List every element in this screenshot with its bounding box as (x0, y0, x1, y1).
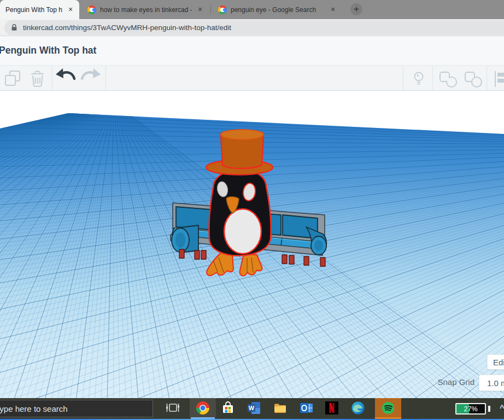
toolbar-separator (106, 66, 106, 90)
new-tab-button[interactable]: + (350, 3, 362, 15)
spotify-button[interactable] (375, 398, 401, 417)
show-all-icon[interactable] (415, 73, 423, 84)
tab-close-icon[interactable]: × (329, 5, 337, 14)
3d-viewport[interactable]: Edit Grid Snap Grid 1.0 mm (0, 91, 504, 398)
word-button[interactable]: W (242, 398, 267, 417)
snap-grid-label: Snap Grid (422, 377, 474, 387)
delete-icon[interactable] (31, 71, 44, 86)
word-icon: W (247, 401, 261, 415)
netflix-button[interactable] (320, 398, 344, 417)
tinkercad-header: Penguin With Top hat (0, 36, 504, 65)
tab-penguin-eye-search[interactable]: penguin eye - Google Search × (213, 0, 342, 19)
undo-icon[interactable] (56, 68, 74, 79)
toolbar-separator (52, 66, 52, 90)
spotify-icon (381, 401, 395, 415)
group-icon[interactable] (440, 72, 456, 87)
chrome-icon (196, 401, 210, 415)
google-favicon (218, 5, 227, 14)
outlook-button[interactable] (294, 398, 319, 417)
search-text: Type here to search (0, 404, 68, 413)
ungroup-icon[interactable] (465, 72, 482, 87)
penguin-belly (224, 209, 261, 254)
task-view-icon (166, 402, 180, 414)
edge-button[interactable] (346, 398, 370, 417)
redo-icon[interactable] (82, 68, 101, 79)
align-icon[interactable] (495, 71, 504, 87)
toolbar-separator (403, 66, 403, 90)
battery-tip (488, 406, 490, 412)
browser-tab-bar: Penguin With Top hat × how to make eyes … (0, 0, 504, 19)
snap-grid-value-dropdown[interactable]: 1.0 mm (479, 375, 504, 391)
microsoft-store-icon (221, 401, 235, 415)
microsoft-store-button[interactable] (215, 398, 241, 417)
outlook-icon (300, 401, 314, 415)
tinkercad-toolbar (0, 65, 504, 91)
netflix-icon (325, 401, 339, 415)
tray-expand-icon[interactable]: ^ (500, 403, 504, 412)
svg-text:W: W (249, 405, 255, 411)
battery-percent: 27% (456, 404, 485, 413)
tab-label: penguin eye - Google Search (231, 6, 325, 14)
taskbar-search-box[interactable]: Type here to search (0, 400, 153, 417)
tab-close-icon[interactable]: × (66, 5, 75, 14)
task-view-button[interactable] (161, 398, 185, 417)
tab-label: how to make eyes in tinkercad - (100, 6, 192, 14)
url-text: tinkercad.com/things/3TwACWyvMRH-penguin… (23, 24, 231, 32)
scene-canvas (0, 91, 504, 398)
file-explorer-icon (273, 401, 288, 415)
tab-label: Penguin With Top hat (5, 6, 62, 14)
tab-penguin-with-top-hat[interactable]: Penguin With Top hat × (0, 0, 79, 19)
browser-toolbar: tinkercad.com/things/3TwACWyvMRH-penguin… (0, 19, 504, 36)
tab-how-to-make-eyes[interactable]: how to make eyes in tinkercad - × (82, 0, 209, 19)
file-explorer-button[interactable] (268, 398, 293, 417)
address-bar[interactable]: tinkercad.com/things/3TwACWyvMRH-penguin… (4, 20, 504, 35)
toolbar-separator (487, 66, 487, 90)
screen: Penguin With Top hat × how to make eyes … (0, 0, 504, 420)
google-favicon (87, 5, 96, 14)
lock-icon (11, 24, 17, 32)
toolbar-separator (432, 66, 433, 90)
tab-close-icon[interactable]: × (196, 5, 204, 14)
copy-icon[interactable] (5, 71, 20, 85)
chrome-taskbar-button[interactable] (190, 398, 216, 417)
edit-grid-button[interactable]: Edit Grid (487, 354, 504, 370)
battery-indicator[interactable]: 27% (455, 403, 486, 415)
tab-separator (210, 5, 211, 14)
windows-taskbar: Type here to search (0, 398, 504, 420)
design-title: Penguin With Top hat (0, 45, 96, 56)
edge-icon (351, 401, 365, 415)
